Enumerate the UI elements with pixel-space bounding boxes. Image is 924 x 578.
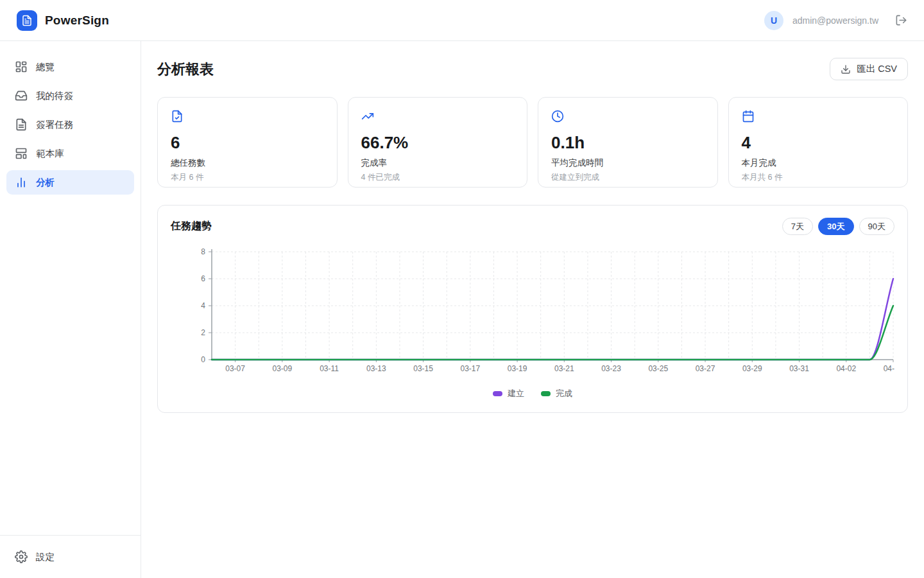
logout-icon <box>895 14 907 26</box>
svg-text:2: 2 <box>201 328 205 337</box>
sidebar-item-label: 總覽 <box>36 61 55 73</box>
chart-legend: 建立 完成 <box>171 388 894 402</box>
stat-card: 0.1h 平均完成時間 從建立到完成 <box>538 97 718 188</box>
stats-row: 6 總任務數 本月 6 件 66.7% 完成率 4 件已完成 0.1h 平均完成… <box>157 97 908 188</box>
sidebar-nav: 總覽 我的待簽 簽署任務 範本庫 分析 <box>0 41 141 195</box>
stat-value: 4 <box>742 133 895 153</box>
svg-text:04-02: 04-02 <box>836 364 856 373</box>
svg-text:03-13: 03-13 <box>366 364 386 373</box>
page-head: 分析報表 匯出 CSV <box>157 58 908 80</box>
stat-sublabel: 4 件已完成 <box>361 172 515 183</box>
sidebar-footer: 設定 <box>0 535 141 578</box>
svg-text:03-17: 03-17 <box>460 364 480 373</box>
svg-text:03-15: 03-15 <box>413 364 433 373</box>
range-button-group: 7天 30天 90天 <box>782 218 894 235</box>
svg-text:03-21: 03-21 <box>554 364 574 373</box>
svg-text:03-25: 03-25 <box>648 364 668 373</box>
svg-text:04-04: 04-04 <box>884 364 894 373</box>
clock-icon <box>551 114 564 125</box>
range-button-90天[interactable]: 90天 <box>859 218 894 235</box>
sidebar-item-label: 我的待簽 <box>36 90 73 102</box>
stat-label: 平均完成時間 <box>551 157 705 169</box>
gear-icon <box>15 550 28 563</box>
svg-text:03-19: 03-19 <box>508 364 527 373</box>
template-icon <box>15 147 28 160</box>
app-header: PowerSign U admin@powersign.tw <box>0 0 924 41</box>
sidebar-item-templates[interactable]: 範本庫 <box>6 141 134 166</box>
sidebar-item-analytics[interactable]: 分析 <box>6 170 134 195</box>
dashboard-icon <box>15 60 28 73</box>
sidebar-item-label: 設定 <box>36 551 55 563</box>
user-email: admin@powersign.tw <box>792 15 878 26</box>
sidebar-item-label: 簽署任務 <box>36 119 73 131</box>
stat-value: 0.1h <box>551 133 705 153</box>
page-title: 分析報表 <box>157 60 214 79</box>
stat-label: 完成率 <box>361 157 515 169</box>
stat-card: 66.7% 完成率 4 件已完成 <box>348 97 528 188</box>
brand: PowerSign <box>17 10 109 31</box>
sidebar-item-overview[interactable]: 總覽 <box>6 55 134 79</box>
download-icon <box>841 64 851 74</box>
legend-item: 完成 <box>541 388 572 399</box>
trending-up-icon <box>361 114 374 125</box>
svg-text:03-07: 03-07 <box>225 364 245 373</box>
app-title: PowerSign <box>45 13 109 28</box>
svg-text:4: 4 <box>201 301 205 310</box>
range-button-7天[interactable]: 7天 <box>782 218 813 235</box>
svg-text:03-29: 03-29 <box>742 364 762 373</box>
inbox-icon <box>15 89 28 102</box>
trend-chart-title: 任務趨勢 <box>171 220 212 233</box>
file-check-icon <box>171 114 184 125</box>
stat-label: 總任務數 <box>171 157 324 169</box>
svg-text:8: 8 <box>201 247 205 256</box>
range-button-30天[interactable]: 30天 <box>818 218 853 235</box>
legend-label: 完成 <box>556 388 572 399</box>
sidebar-item-label: 範本庫 <box>36 148 64 160</box>
legend-swatch <box>493 391 502 396</box>
sidebar-item-my-pending[interactable]: 我的待簽 <box>6 83 134 108</box>
legend-item: 建立 <box>493 388 524 399</box>
header-user-area: U admin@powersign.tw <box>764 11 907 30</box>
powersign-logo-icon <box>17 10 37 31</box>
sidebar: 總覽 我的待簽 簽署任務 範本庫 分析 設定 <box>0 41 141 578</box>
svg-text:03-09: 03-09 <box>273 364 293 373</box>
logout-button[interactable] <box>895 14 907 26</box>
legend-swatch <box>541 391 551 396</box>
stat-card: 4 本月完成 本月共 6 件 <box>728 97 909 188</box>
svg-text:03-23: 03-23 <box>601 364 621 373</box>
main-content: 分析報表 匯出 CSV 6 總任務數 本月 6 件 66.7% 完成率 4 件已… <box>141 41 924 578</box>
stat-value: 6 <box>171 133 324 153</box>
stat-card: 6 總任務數 本月 6 件 <box>157 97 338 188</box>
legend-label: 建立 <box>508 388 524 399</box>
trend-chart-head: 任務趨勢 7天 30天 90天 <box>171 218 894 235</box>
file-text-icon <box>15 118 28 131</box>
sidebar-item-settings[interactable]: 設定 <box>6 545 134 569</box>
trend-chart-area: 0246803-0703-0903-1103-1303-1503-1703-19… <box>171 247 894 381</box>
stat-label: 本月完成 <box>742 157 895 169</box>
bar-chart-icon <box>15 176 28 189</box>
stat-sublabel: 本月共 6 件 <box>742 172 895 183</box>
export-csv-label: 匯出 CSV <box>857 63 897 75</box>
stat-sublabel: 本月 6 件 <box>171 172 324 183</box>
svg-text:03-27: 03-27 <box>696 364 715 373</box>
svg-text:03-11: 03-11 <box>320 364 339 373</box>
stat-value: 66.7% <box>361 133 515 153</box>
export-csv-button[interactable]: 匯出 CSV <box>830 58 908 80</box>
stat-sublabel: 從建立到完成 <box>551 172 705 183</box>
sidebar-item-sign-tasks[interactable]: 簽署任務 <box>6 112 134 137</box>
svg-text:0: 0 <box>201 355 205 364</box>
trend-chart-card: 任務趨勢 7天 30天 90天 0246803-0703-0903-1103-1… <box>157 205 908 413</box>
svg-text:6: 6 <box>201 274 205 283</box>
trend-chart-svg: 0246803-0703-0903-1103-1303-1503-1703-19… <box>171 247 894 379</box>
avatar: U <box>764 11 783 30</box>
sidebar-item-label: 分析 <box>36 177 55 189</box>
calendar-icon <box>742 114 755 125</box>
svg-text:03-31: 03-31 <box>789 364 809 373</box>
